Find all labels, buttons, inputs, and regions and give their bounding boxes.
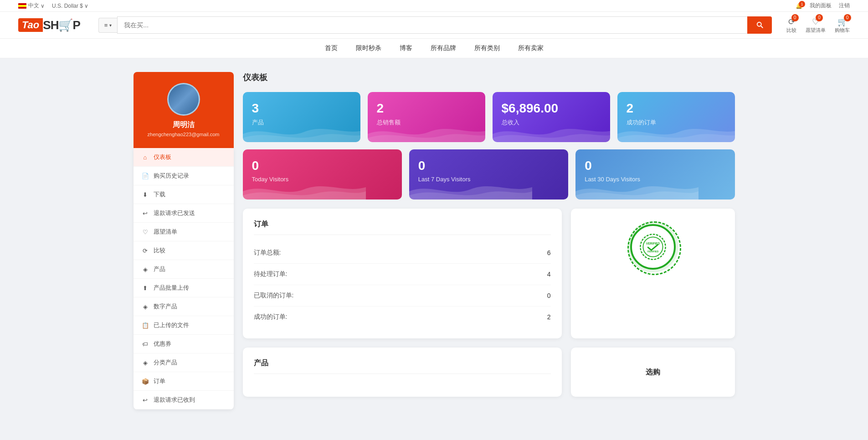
sidebar-label-downloads: 下载 — [154, 190, 165, 199]
order-row-successful: 成功的订单: 2 — [254, 307, 551, 327]
sidebar-label-products: 产品 — [154, 265, 165, 273]
stat-value-revenue: $6,896.00 — [502, 101, 601, 116]
order-value-cancelled: 0 — [547, 292, 551, 299]
search-area: ≡ ▾ — [98, 16, 772, 34]
order-icon: 📦 — [142, 378, 149, 385]
compare-label: 比较 — [786, 27, 796, 34]
order-label-cancelled: 已取消的订单: — [254, 292, 294, 300]
header-icons: ⟳0 比较 ♡0 愿望清单 🛒0 购物车 — [786, 17, 850, 34]
sidebar-item-uploaded-files[interactable]: 📋 已上传的文件 — [134, 316, 234, 335]
stat-value-successful: 2 — [627, 101, 726, 116]
cart-icon-item[interactable]: 🛒0 购物车 — [835, 17, 850, 34]
order-row-total: 订单总额: 6 — [254, 242, 551, 264]
avatar-image — [169, 84, 199, 114]
history-icon: 📄 — [142, 172, 149, 179]
sidebar-item-products[interactable]: ◈ 产品 — [134, 260, 234, 279]
top-bar: 中文 ∨ U.S. Dollar $ ∨ 🔔1 我的面板 注销 — [0, 0, 868, 12]
sidebar-item-digital-products[interactable]: ◈ 数字产品 — [134, 297, 234, 316]
sidebar-item-compare[interactable]: ⟳ 比较 — [134, 241, 234, 260]
heart-icon: ♡ — [142, 228, 149, 235]
order-row-cancelled: 已取消的订单: 0 — [254, 285, 551, 307]
heart-icon: ♡0 — [812, 17, 819, 27]
sidebar-item-dashboard[interactable]: ⌂ 仪表板 — [134, 148, 234, 167]
stat-value-7day: 0 — [418, 159, 559, 173]
sidebar-item-bulk-upload[interactable]: ⬆ 产品批量上传 — [134, 279, 234, 297]
sidebar-label-refund-sent: 退款请求已发送 — [154, 209, 195, 217]
stat-cards-row1: 3 产品 2 总销售额 $6,896.00 总收入 — [243, 92, 735, 142]
sidebar-item-wishlist[interactable]: ♡ 愿望清单 — [134, 223, 234, 241]
digital-icon: ◈ — [142, 303, 149, 310]
sidebar-item-refund-sent[interactable]: ↩ 退款请求已发送 — [134, 204, 234, 223]
sidebar-label-category: 分类产品 — [154, 358, 177, 367]
cart-label: 购物车 — [835, 27, 850, 34]
compare-icon-item[interactable]: ⟳0 比较 — [786, 17, 796, 34]
user-email: zhengchenghao223@gmail.com — [148, 132, 220, 137]
svg-text:VERIFIED: VERIFIED — [647, 250, 658, 253]
orders-title: 订单 — [254, 220, 551, 235]
sidebar-item-orders[interactable]: 📦 订单 — [134, 372, 234, 391]
currency-selector[interactable]: U.S. Dollar $ ∨ — [52, 3, 88, 9]
search-category-dropdown[interactable]: ≡ ▾ — [98, 18, 118, 33]
svg-point-0 — [640, 234, 665, 259]
select-label: 选购 — [582, 358, 724, 386]
wishlist-icon-item[interactable]: ♡0 愿望清单 — [806, 17, 826, 34]
language-selector[interactable]: 中文 ∨ — [18, 2, 45, 10]
verified-section: VERIFIED VERIFIED — [571, 209, 735, 338]
content-area: 仪表板 3 产品 2 总销售额 $6,896.00 — [243, 72, 735, 409]
sidebar-item-purchase-history[interactable]: 📄 购买历史记录 — [134, 167, 234, 185]
sidebar-item-refund-recv[interactable]: ↩ 退款请求已收到 — [134, 391, 234, 409]
wave-7day — [409, 179, 532, 200]
nav-sellers[interactable]: 所有卖家 — [518, 44, 544, 52]
category-icon: ◈ — [142, 359, 149, 366]
order-value-total: 6 — [547, 249, 551, 256]
download-icon: ⬇ — [142, 191, 149, 198]
nav-flash-sale[interactable]: 限时秒杀 — [356, 44, 381, 52]
compare-icon: ⟳ — [142, 247, 149, 254]
sidebar-menu: ⌂ 仪表板 📄 购买历史记录 ⬇ 下载 ↩ 退款请求已发送 ♡ 愿望清单 ⟳ 比… — [134, 148, 234, 409]
select-section: 选购 — [571, 348, 735, 397]
stat-card-today-visitors: 0 Today Visitors — [243, 149, 402, 200]
sidebar-label-digital: 数字产品 — [154, 302, 177, 311]
main-nav: 首页 限时秒杀 博客 所有品牌 所有类别 所有卖家 — [0, 39, 868, 58]
sidebar-item-coupons[interactable]: 🏷 优惠券 — [134, 335, 234, 353]
logout-link[interactable]: 注销 — [839, 2, 850, 10]
order-value-pending: 4 — [547, 271, 551, 278]
sidebar-item-downloads[interactable]: ⬇ 下载 — [134, 185, 234, 204]
notification-icon[interactable]: 🔔1 — [796, 3, 802, 9]
compare-icon: ⟳0 — [788, 17, 795, 27]
logo-tao: Tao — [18, 18, 43, 32]
logo[interactable]: Tao SH🛒P — [18, 18, 80, 32]
order-label-successful: 成功的订单: — [254, 313, 288, 321]
user-name: 周明洁 — [173, 120, 195, 130]
search-input[interactable] — [117, 16, 747, 34]
home-icon: ⌂ — [142, 153, 149, 161]
stat-card-sales: 2 总销售额 — [368, 92, 485, 142]
nav-categories[interactable]: 所有类别 — [474, 44, 500, 52]
stat-value-sales: 2 — [377, 101, 476, 116]
wave-30day — [575, 179, 699, 200]
main-layout: 周明洁 zhengchenghao223@gmail.com ⌂ 仪表板 📄 购… — [115, 58, 753, 423]
stat-card-30day-visitors: 0 Last 30 Days Visitors — [575, 149, 734, 200]
header: Tao SH🛒P ≡ ▾ ⟳0 比较 ♡0 愿望清单 🛒0 — [0, 12, 868, 39]
refund-send-icon: ↩ — [142, 210, 149, 217]
search-button[interactable] — [747, 16, 772, 34]
verified-badge: VERIFIED VERIFIED — [630, 224, 676, 270]
sidebar-item-category-products[interactable]: ◈ 分类产品 — [134, 353, 234, 372]
nav-blog[interactable]: 博客 — [400, 44, 412, 52]
upload-icon: ⬆ — [142, 284, 149, 292]
wave-sales — [368, 122, 485, 142]
my-panel-link[interactable]: 我的面板 — [810, 2, 832, 10]
visitor-cards: 0 Today Visitors 0 Last 7 Days Visitors … — [243, 149, 735, 200]
nav-brands[interactable]: 所有品牌 — [431, 44, 456, 52]
stat-card-revenue: $6,896.00 总收入 — [493, 92, 610, 142]
products-section-title: 产品 — [254, 358, 551, 374]
stat-card-products: 3 产品 — [243, 92, 360, 142]
bottom-row: 订单 订单总额: 6 待处理订单: 4 已取消的订单: 0 成功的订单: 2 — [243, 209, 735, 338]
sidebar-label-wishlist: 愿望清单 — [154, 228, 177, 236]
wishlist-label: 愿望清单 — [806, 27, 826, 34]
products-row: 产品 选购 — [243, 348, 735, 397]
nav-home[interactable]: 首页 — [325, 44, 338, 52]
top-bar-right: 🔔1 我的面板 注销 — [796, 2, 850, 10]
sidebar-profile: 周明洁 zhengchenghao223@gmail.com — [134, 72, 234, 148]
stat-card-7day-visitors: 0 Last 7 Days Visitors — [409, 149, 568, 200]
